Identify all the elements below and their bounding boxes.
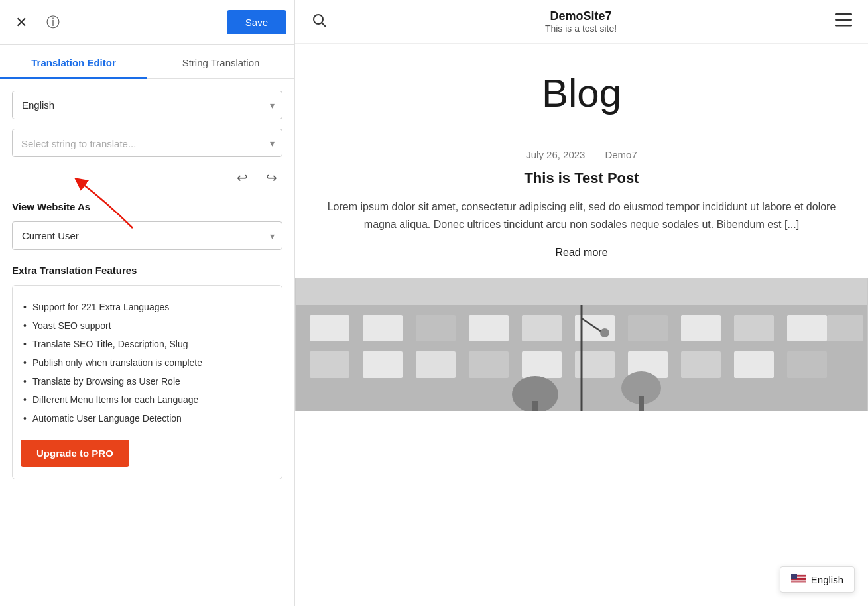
close-button[interactable]: ✕ [8, 9, 34, 36]
string-dropdown[interactable] [12, 129, 282, 157]
svg-rect-47 [791, 583, 806, 583]
blog-content: Blog July 26, 2023 Demo7 This is Test Po… [310, 44, 853, 278]
svg-rect-44 [791, 580, 806, 581]
right-panel: DemoSite7 This is a test site! Blog July… [295, 0, 868, 606]
svg-rect-25 [681, 351, 721, 378]
svg-rect-32 [532, 401, 538, 411]
undo-button[interactable]: ↩ [231, 166, 253, 189]
site-title-wrap: DemoSite7 This is a test site! [327, 9, 835, 34]
post-author: Demo7 [605, 149, 637, 160]
language-badge-label: English [811, 574, 843, 585]
extra-features-label: Extra Translation Features [12, 265, 282, 276]
building-illustration [295, 278, 868, 411]
tabs: Translation Editor String Translation [0, 45, 294, 79]
feature-item: Automatic User Language Detection [21, 409, 270, 428]
tab-string-translation[interactable]: String Translation [147, 45, 294, 78]
upgrade-button[interactable]: Upgrade to PRO [21, 440, 129, 467]
svg-rect-3 [835, 19, 852, 21]
view-as-dropdown[interactable]: Current User [12, 221, 282, 250]
top-bar: ✕ ⓘ Save [0, 0, 294, 45]
extra-features-section: Extra Translation Features Support for 2… [12, 265, 282, 479]
redo-button[interactable]: ↪ [260, 166, 282, 189]
svg-rect-27 [787, 351, 827, 378]
svg-rect-43 [791, 579, 806, 580]
svg-rect-20 [416, 351, 456, 378]
feature-item: Yoast SEO support [21, 316, 270, 335]
read-more-link[interactable]: Read more [555, 247, 607, 259]
svg-rect-48 [791, 574, 797, 579]
svg-rect-16 [787, 315, 827, 341]
svg-rect-26 [734, 351, 774, 378]
save-button[interactable]: Save [227, 10, 286, 34]
features-box: Support for 221 Extra LanguagesYoast SEO… [12, 285, 282, 479]
features-list: Support for 221 Extra LanguagesYoast SEO… [21, 298, 270, 428]
search-icon[interactable] [311, 12, 327, 32]
svg-rect-10 [469, 315, 509, 341]
left-panel: ✕ ⓘ Save Translation Editor String Trans… [0, 0, 295, 606]
post-title: This is Test Post [326, 170, 837, 187]
feature-item: Translate SEO Title, Description, Slug [21, 335, 270, 353]
svg-rect-45 [791, 581, 806, 582]
blog-page-title: Blog [326, 70, 837, 116]
svg-rect-21 [469, 351, 509, 378]
svg-rect-22 [522, 351, 562, 378]
svg-rect-14 [681, 315, 721, 341]
svg-rect-42 [791, 579, 806, 579]
feature-item: Support for 221 Extra Languages [21, 298, 270, 316]
svg-rect-18 [310, 351, 349, 378]
svg-rect-9 [416, 315, 456, 341]
flag-icon [791, 574, 806, 585]
post-excerpt: Lorem ipsum dolor sit amet, consectetur … [326, 198, 837, 233]
svg-rect-4 [835, 25, 852, 27]
feature-item: Publish only when translation is complet… [21, 353, 270, 372]
undo-redo-bar: ↩ ↪ [12, 166, 282, 189]
svg-rect-17 [827, 315, 863, 341]
tab-translation-editor[interactable]: Translation Editor [0, 45, 147, 78]
post-image [295, 278, 868, 411]
feature-item: Different Menu Items for each Language [21, 391, 270, 409]
post-meta: July 26, 2023 Demo7 [326, 149, 837, 160]
feature-item: Translate by Browsing as User Role [21, 372, 270, 391]
svg-rect-7 [310, 315, 349, 341]
svg-rect-15 [734, 315, 774, 341]
svg-rect-11 [522, 315, 562, 341]
view-as-dropdown-wrap: Current User ▾ [12, 221, 282, 250]
language-badge[interactable]: English [780, 566, 855, 593]
svg-rect-2 [835, 13, 852, 15]
svg-rect-46 [791, 582, 806, 583]
svg-rect-8 [363, 315, 403, 341]
svg-rect-19 [363, 351, 403, 378]
site-header: DemoSite7 This is a test site! [295, 0, 868, 44]
svg-line-1 [322, 23, 326, 27]
view-website-section: View Website As Current User ▾ [12, 201, 282, 250]
svg-rect-34 [639, 396, 644, 411]
post-date: July 26, 2023 [526, 149, 585, 160]
language-dropdown-wrap: English ▾ [12, 91, 282, 119]
svg-rect-13 [628, 315, 668, 341]
site-subtitle: This is a test site! [327, 23, 835, 34]
view-website-label: View Website As [12, 201, 282, 212]
info-button[interactable]: ⓘ [41, 11, 65, 34]
language-dropdown[interactable]: English [12, 91, 282, 119]
string-dropdown-wrap: ▾ Select string to translate... [12, 129, 282, 157]
panel-body: English ▾ ▾ Select string to translate..… [0, 79, 294, 606]
hamburger-icon[interactable] [835, 13, 852, 30]
site-name: DemoSite7 [327, 9, 835, 23]
svg-point-30 [600, 328, 609, 337]
